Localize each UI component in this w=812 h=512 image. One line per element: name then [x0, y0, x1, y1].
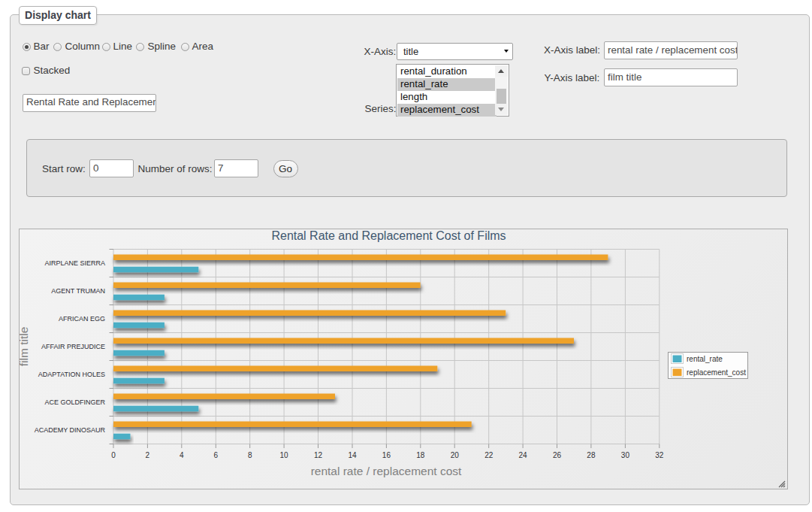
- svg-text:26: 26: [553, 451, 562, 459]
- svg-text:8: 8: [248, 451, 252, 459]
- svg-text:18: 18: [416, 451, 425, 459]
- svg-text:12: 12: [314, 451, 323, 459]
- svg-text:28: 28: [587, 451, 596, 459]
- svg-text:ACE GOLDFINGER: ACE GOLDFINGER: [44, 398, 105, 406]
- svg-text:replacement_cost: replacement_cost: [687, 368, 746, 377]
- svg-text:Rental Rate and Replacement Co: Rental Rate and Replacement Cost of Film…: [271, 229, 506, 242]
- svg-text:AFFAIR PREJUDICE: AFFAIR PREJUDICE: [41, 343, 105, 350]
- svg-text:6: 6: [214, 451, 219, 459]
- svg-text:ACADEMY DINOSAUR: ACADEMY DINOSAUR: [35, 426, 106, 434]
- svg-text:rental rate / replacement cost: rental rate / replacement cost: [311, 465, 462, 477]
- svg-text:4: 4: [180, 451, 184, 459]
- svg-text:film title: film title: [20, 327, 30, 367]
- svg-text:30: 30: [621, 451, 630, 459]
- svg-text:AIRPLANE SIERRA: AIRPLANE SIERRA: [44, 259, 105, 267]
- svg-text:ADAPTATION HOLES: ADAPTATION HOLES: [38, 371, 105, 378]
- svg-text:0: 0: [111, 451, 116, 459]
- svg-text:14: 14: [348, 451, 357, 459]
- svg-text:AFRICAN EGG: AFRICAN EGG: [59, 315, 105, 323]
- svg-text:rental_rate: rental_rate: [687, 355, 723, 363]
- svg-text:32: 32: [655, 451, 664, 459]
- svg-text:10: 10: [280, 451, 289, 459]
- svg-text:2: 2: [146, 451, 150, 459]
- svg-text:24: 24: [519, 451, 528, 459]
- svg-text:16: 16: [382, 451, 391, 459]
- svg-text:20: 20: [451, 451, 460, 459]
- svg-text:22: 22: [484, 451, 494, 459]
- svg-text:AGENT TRUMAN: AGENT TRUMAN: [51, 287, 105, 295]
